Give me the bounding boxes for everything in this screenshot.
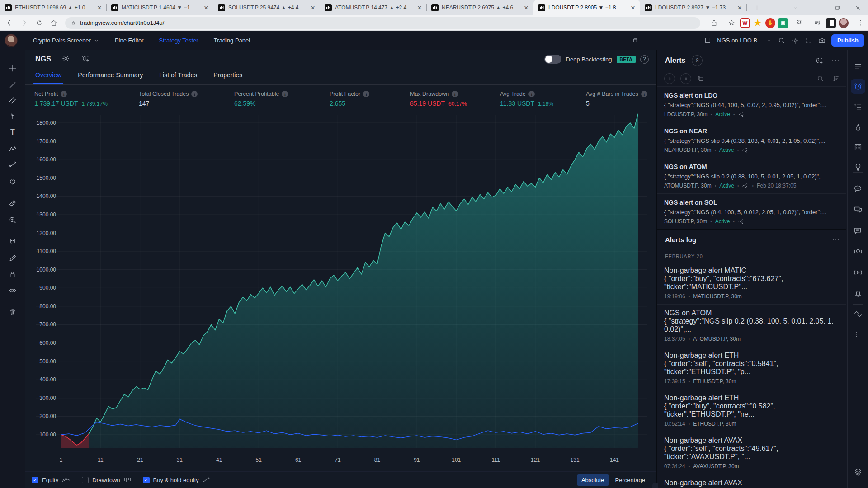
alert-item[interactable]: NGS on NEAR { "strategy":"NGS slip 0.4 (… bbox=[657, 122, 846, 158]
tab-close-icon[interactable]: ✕ bbox=[523, 4, 530, 11]
lock-icon[interactable] bbox=[6, 268, 19, 281]
browser-tab-active[interactable]: LDOUSDT.P 2.8905 ▼ −1.8% NG ✕ bbox=[533, 0, 640, 15]
browser-menu-icon[interactable] bbox=[854, 17, 866, 29]
panel-minimize-icon[interactable] bbox=[614, 37, 622, 44]
watchlist-icon[interactable] bbox=[851, 59, 865, 74]
menu-crypto-pairs-screener[interactable]: Crypto Pairs Screener bbox=[33, 37, 99, 44]
percentage-button[interactable]: Percentage bbox=[611, 474, 650, 486]
browser-tab[interactable]: ATOMUSDT.P 14.477 ▲ +2.43% ✕ bbox=[320, 0, 427, 15]
bookmark-star-icon[interactable] bbox=[726, 17, 737, 29]
notify-bulb-icon[interactable] bbox=[851, 244, 865, 259]
resume-all-icon[interactable] bbox=[664, 73, 675, 84]
prediction-icon[interactable] bbox=[6, 159, 19, 171]
alerts-more-icon[interactable] bbox=[831, 56, 840, 65]
create-alert-clock-icon[interactable] bbox=[815, 56, 824, 65]
tester-tab-list-of-trades[interactable]: List of Trades bbox=[159, 68, 197, 83]
alarm-clock-icon[interactable] bbox=[851, 79, 865, 94]
data-window-icon[interactable] bbox=[851, 100, 865, 114]
pencil-icon[interactable] bbox=[6, 252, 19, 264]
ideas-stream-icon[interactable] bbox=[851, 224, 865, 238]
calendar-icon[interactable] bbox=[851, 140, 865, 155]
info-icon[interactable]: i bbox=[528, 91, 535, 97]
xabcd-pattern-icon[interactable] bbox=[6, 143, 19, 155]
deep-backtesting-toggle[interactable] bbox=[544, 55, 561, 64]
log-more-icon[interactable] bbox=[832, 235, 840, 244]
alert-log-item[interactable]: Non-garbage alert ETH{ "order":"buy", "c… bbox=[657, 389, 846, 432]
ruler-icon[interactable] bbox=[6, 197, 19, 210]
crosshair-icon[interactable] bbox=[6, 62, 19, 75]
tab-close-icon[interactable]: ✕ bbox=[203, 4, 210, 11]
tab-close-icon[interactable]: ✕ bbox=[416, 4, 423, 11]
alert-log-item[interactable]: Non-garbage alert AVAX{ "order":"buy", "… bbox=[657, 474, 846, 488]
alerts-sort-icon[interactable] bbox=[832, 75, 840, 83]
tester-tab-properties[interactable]: Properties bbox=[213, 68, 242, 83]
share-icon[interactable] bbox=[708, 17, 720, 29]
browser-tab[interactable]: MATICUSDT.P 1.4604 ▼ −1.36% ✕ bbox=[107, 0, 213, 15]
panel-restore-icon[interactable] bbox=[632, 37, 638, 44]
menu-trading-panel[interactable]: Trading Panel bbox=[214, 37, 250, 44]
info-icon[interactable]: i bbox=[363, 91, 369, 97]
browser-tab[interactable]: ETHUSDT.P 1698.69 ▲ +1.05% F ✕ bbox=[0, 0, 107, 15]
layout-select-icon[interactable] bbox=[704, 37, 712, 44]
strategy-settings-gear-icon[interactable] bbox=[61, 54, 71, 64]
drawdown-checkbox[interactable]: Drawdown bbox=[82, 477, 131, 483]
trash-icon[interactable] bbox=[6, 306, 19, 319]
tab-close-icon[interactable]: ✕ bbox=[96, 4, 103, 11]
tab-close-icon[interactable]: ✕ bbox=[736, 4, 743, 11]
tab-close-icon[interactable]: ✕ bbox=[309, 4, 316, 11]
help-question-icon[interactable]: ? bbox=[640, 55, 649, 64]
home-icon[interactable] bbox=[48, 17, 60, 29]
forward-icon[interactable] bbox=[18, 17, 30, 29]
alerts-search-icon[interactable] bbox=[816, 75, 825, 83]
equity-checkbox[interactable]: ✓ Equity bbox=[32, 477, 70, 483]
dots-grid-icon[interactable] bbox=[851, 327, 865, 341]
clone-alert-icon[interactable] bbox=[697, 75, 705, 83]
tab-close-icon[interactable]: ✕ bbox=[629, 4, 637, 11]
magnet-icon[interactable] bbox=[6, 236, 19, 249]
alert-item[interactable]: NGS alert on LDO { "strategy":"NGS (0.44… bbox=[657, 86, 846, 122]
info-icon[interactable]: i bbox=[191, 91, 198, 97]
private-chat-icon[interactable] bbox=[851, 202, 865, 217]
trend-line-icon[interactable] bbox=[6, 79, 19, 91]
alert-log-item[interactable]: Non-garbage alert MATIC{ "order":"buy", … bbox=[657, 262, 846, 304]
ext-videospeed-icon[interactable]: W bbox=[740, 18, 750, 28]
eye-icon[interactable] bbox=[6, 284, 19, 297]
layout-name[interactable]: NGS on LDO B... bbox=[717, 37, 772, 44]
publish-button[interactable]: Publish bbox=[831, 34, 864, 47]
ext-blocker-icon[interactable]: ✋ bbox=[765, 18, 775, 28]
alert-log-item[interactable]: NGS on ATOM{ "strategy":"NGS slip 0.2 (0… bbox=[657, 304, 846, 347]
menu-strategy-tester[interactable]: Strategy Tester bbox=[159, 37, 198, 44]
zoom-in-icon[interactable] bbox=[6, 214, 19, 226]
reload-icon[interactable] bbox=[33, 17, 45, 29]
bell-icon[interactable] bbox=[851, 286, 865, 300]
emoji-heart-icon[interactable] bbox=[6, 175, 19, 188]
pitchfork-icon[interactable] bbox=[6, 109, 19, 122]
text-icon[interactable]: T bbox=[6, 126, 19, 139]
address-bar[interactable]: tradingview.com/chart/tn0o1J4u/ bbox=[65, 17, 700, 29]
info-icon[interactable]: i bbox=[61, 91, 67, 97]
browser-tab[interactable]: SOLUSDT.P 25.9474 ▲ +4.44% N ✕ bbox=[213, 0, 320, 15]
menu-pine-editor[interactable]: Pine Editor bbox=[115, 37, 144, 44]
alert-item[interactable]: NGS on ATOM { "strategy":"NGS slip 0.2 (… bbox=[657, 158, 846, 193]
chat-cloud-icon[interactable] bbox=[851, 182, 865, 196]
window-minimize-icon[interactable] bbox=[806, 0, 826, 15]
hotlist-icon[interactable] bbox=[851, 120, 865, 135]
tester-tab-performance-summary[interactable]: Performance Summary bbox=[78, 68, 143, 83]
fullscreen-icon[interactable] bbox=[805, 37, 812, 44]
buyhold-checkbox[interactable]: ✓ Buy & hold equity bbox=[143, 477, 211, 483]
ext-puzzle-icon[interactable] bbox=[794, 17, 806, 29]
browser-tab[interactable]: LDOUSDT.P 2.8927 ▼ −1.73% N ✕ bbox=[640, 0, 747, 15]
new-tab-button[interactable] bbox=[750, 1, 763, 14]
search-icon[interactable] bbox=[778, 37, 786, 45]
alert-log-item[interactable]: Non-garbage alert AVAX{ "order":"sell", … bbox=[657, 432, 846, 474]
tester-tab-overview[interactable]: Overview bbox=[35, 68, 61, 83]
snapshot-camera-icon[interactable] bbox=[818, 37, 826, 45]
back-icon[interactable] bbox=[3, 17, 15, 29]
equity-chart[interactable]: 100.00200.00300.00400.00500.00600.00700.… bbox=[25, 108, 656, 471]
ext-reader-icon[interactable] bbox=[826, 18, 836, 28]
pause-all-icon[interactable] bbox=[680, 73, 691, 84]
info-icon[interactable]: i bbox=[452, 91, 458, 97]
user-avatar[interactable] bbox=[5, 34, 18, 47]
parallel-channel-icon[interactable] bbox=[6, 94, 19, 107]
object-tree-icon[interactable] bbox=[851, 465, 865, 479]
